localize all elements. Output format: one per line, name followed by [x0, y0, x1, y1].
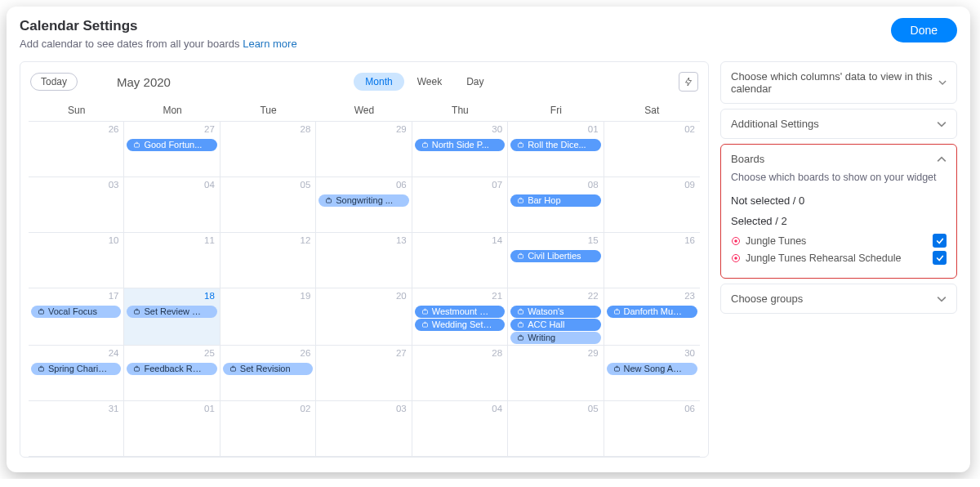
calendar-event[interactable]: Good Fortun... [127, 139, 216, 151]
briefcase-icon [133, 308, 140, 315]
day-number: 09 [684, 180, 695, 190]
calendar-cell[interactable]: 06 [604, 401, 700, 457]
briefcase-icon [421, 321, 429, 328]
view-day-button[interactable]: Day [455, 73, 495, 91]
day-number: 15 [588, 235, 599, 245]
calendar-cell[interactable]: 24Spring Chari… [29, 346, 124, 401]
today-button[interactable]: Today [30, 73, 78, 91]
calendar-cell[interactable]: 04 [124, 177, 220, 233]
check-icon [936, 254, 944, 262]
calendar-cell[interactable]: 16 [604, 233, 700, 288]
day-number: 28 [300, 124, 310, 134]
calendar-cell[interactable]: 25Feedback R… [124, 346, 220, 401]
calendar-cell[interactable]: 26Set Revision [220, 346, 316, 401]
learn-more-link[interactable]: Learn more [243, 38, 296, 50]
boards-header[interactable]: Boards [721, 146, 956, 172]
view-week-button[interactable]: Week [406, 73, 453, 91]
calendar-cell[interactable]: 11 [124, 233, 220, 288]
calendar-cell[interactable]: 05 [508, 401, 604, 457]
calendar-event[interactable]: Set Revision [223, 363, 313, 375]
calendar-event[interactable]: New Song A… [607, 363, 697, 375]
calendar-cell[interactable]: 01Roll the Dice... [508, 122, 604, 177]
calendar-cell[interactable]: 02 [604, 122, 700, 177]
calendar-cell[interactable]: 15Civil Liberties [508, 233, 604, 288]
calendar-cell[interactable]: 04 [412, 401, 508, 457]
calendar-cell[interactable]: 26 [29, 122, 124, 177]
calendar-cell[interactable]: 31 [29, 401, 124, 457]
dayname: Sat [604, 100, 700, 122]
calendar-cell[interactable]: 30North Side P... [412, 122, 508, 177]
calendar-cell[interactable]: 28 [220, 122, 316, 177]
briefcase-icon [517, 321, 524, 328]
calendar-event[interactable]: Set Review … [127, 306, 216, 318]
calendar-cell[interactable]: 08Bar Hop [508, 177, 604, 233]
calendar-event[interactable]: Danforth Mu… [607, 306, 697, 318]
calendar-cell[interactable]: 02 [220, 401, 316, 457]
calendar-event[interactable]: Wedding Set… [415, 319, 505, 331]
calendar-event[interactable]: Watson's [510, 306, 600, 318]
view-month-button[interactable]: Month [354, 73, 403, 91]
svg-rect-13 [614, 310, 619, 314]
board-row: Jungle Tunes Rehearsal Schedule [731, 249, 947, 266]
calendar-cell[interactable]: 29 [316, 122, 412, 177]
boards-title: Boards [731, 153, 764, 165]
calendar-cell[interactable]: 07 [412, 177, 508, 233]
calendar-cell[interactable]: 21Westmount …Wedding Set… [412, 288, 508, 346]
svg-rect-12 [519, 336, 523, 340]
calendar-event[interactable]: North Side P... [415, 139, 505, 151]
calendar-cell[interactable]: 09 [604, 177, 700, 233]
board-checkbox[interactable] [933, 234, 947, 248]
calendar-cell[interactable]: 23Danforth Mu… [604, 288, 700, 346]
groups-card[interactable]: Choose groups [720, 284, 957, 314]
calendar-grid: SunMonTueWedThuFriSat2627Good Fortun...2… [29, 100, 700, 457]
calendar-cell[interactable]: 19 [220, 288, 316, 346]
dayname: Fri [508, 100, 604, 122]
svg-rect-14 [39, 367, 44, 371]
calendar-cell[interactable]: 13 [316, 233, 412, 288]
calendar-cell[interactable]: 30New Song A… [604, 346, 700, 401]
chevron-up-icon [937, 154, 947, 164]
calendar-event[interactable]: Songwriting ... [318, 194, 408, 207]
next-month-button[interactable] [97, 74, 100, 90]
additional-settings-card[interactable]: Additional Settings [720, 109, 957, 139]
calendar-cell[interactable]: 27 [316, 346, 412, 401]
calendar-cell[interactable]: 06Songwriting ... [316, 177, 412, 233]
calendar-cell[interactable]: 17Vocal Focus [29, 288, 124, 346]
calendar-event[interactable]: Westmount … [415, 306, 505, 318]
calendar-event[interactable]: Writing [510, 332, 600, 344]
calendar-cell[interactable]: 05 [220, 177, 316, 233]
day-number: 20 [396, 291, 407, 301]
calendar-event[interactable]: Spring Chari… [31, 363, 121, 375]
day-number: 26 [300, 348, 310, 358]
calendar-cell[interactable]: 27Good Fortun... [124, 122, 220, 177]
svg-rect-11 [519, 323, 523, 327]
calendar-cell[interactable]: 01 [124, 401, 220, 457]
calendar-cell[interactable]: 18Set Review … [124, 288, 220, 346]
board-checkbox[interactable] [933, 251, 947, 265]
calendar-cell[interactable]: 10 [29, 233, 124, 288]
calendar-cell[interactable]: 14 [412, 233, 508, 288]
page-title: Calendar Settings [20, 18, 297, 34]
calendar-event[interactable]: ACC Hall [510, 319, 600, 331]
calendar-event[interactable]: Bar Hop [510, 194, 600, 207]
calendar-event[interactable]: Feedback R… [127, 363, 216, 375]
prev-month-button[interactable] [86, 74, 89, 90]
sidebar: Choose which columns' data to view in th… [720, 61, 957, 458]
calendar-cell[interactable]: 28 [412, 346, 508, 401]
calendar-event[interactable]: Roll the Dice... [510, 139, 600, 151]
columns-card[interactable]: Choose which columns' data to view in th… [720, 61, 957, 104]
calendar-cell[interactable]: 03 [29, 177, 124, 233]
svg-point-21 [734, 257, 737, 260]
briefcase-icon [38, 365, 45, 373]
sync-button[interactable] [679, 72, 698, 92]
day-number: 04 [492, 404, 502, 413]
calendar-cell[interactable]: 29 [508, 346, 604, 401]
calendar-event[interactable]: Vocal Focus [31, 306, 121, 318]
calendar-cell[interactable]: 20 [316, 288, 412, 346]
briefcase-icon [517, 252, 524, 260]
done-button[interactable]: Done [891, 18, 957, 42]
calendar-cell[interactable]: 12 [220, 233, 316, 288]
calendar-cell[interactable]: 03 [316, 401, 412, 457]
calendar-event[interactable]: Civil Liberties [510, 250, 600, 262]
calendar-cell[interactable]: 22Watson'sACC HallWriting [508, 288, 604, 346]
